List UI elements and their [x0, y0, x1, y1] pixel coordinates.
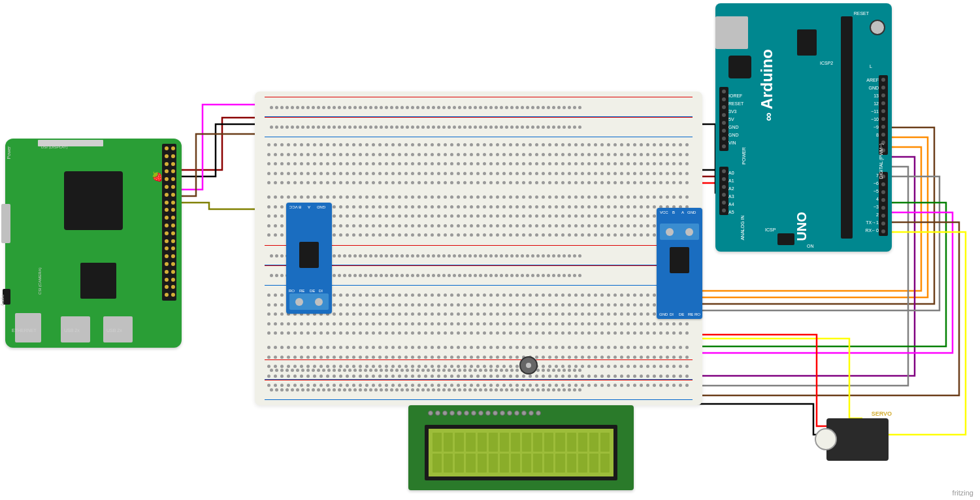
rpi-power-label: Power — [7, 146, 11, 159]
al-a3: A3 — [728, 194, 734, 199]
lcd-16x2: for(let i=0;i<16;i++)document.write('<di… — [408, 405, 634, 490]
bb-upper-section — [265, 141, 693, 192]
al-aref: AREF — [866, 78, 879, 82]
al-d8: 8 — [876, 133, 879, 137]
arduino-digital-header-bot — [879, 172, 888, 236]
al-d4: 4 — [876, 197, 879, 201]
raspberry-pi-board: for(let i=0;i<40;i++)document.write('<di… — [5, 139, 182, 348]
al-a0: A0 — [728, 171, 734, 175]
rs485-r-ro: RO — [694, 312, 700, 316]
al-l: L — [870, 64, 872, 69]
al-d11: ~11 — [871, 109, 879, 114]
rpi-dsi-connector — [38, 140, 103, 146]
bb-top-rail-pos — [265, 97, 693, 118]
al-a2: A2 — [728, 186, 734, 191]
al-d10: ~10 — [871, 117, 879, 122]
arduino-analog-header — [719, 167, 728, 215]
servo-motor: SERVO — [820, 408, 898, 467]
rpi-logo-icon: 🍓 — [152, 171, 163, 182]
rs485-l-b: B — [299, 205, 301, 209]
al-analog-sec: ANALOG IN — [740, 215, 745, 240]
al-power-sec: POWER — [742, 147, 746, 164]
al-d6: ~6 — [874, 181, 879, 186]
circuit-diagram: for(let i=0;i<40;i++)document.write('<di… — [0, 0, 980, 500]
al-d5: ~5 — [874, 189, 879, 193]
rs485-right-chip — [670, 247, 689, 273]
rs485-l-gnd: GND — [317, 205, 325, 209]
al-gndd: GND — [868, 86, 879, 90]
rs485-module-right: VCC B A GND GND DI DE RE RO — [657, 208, 702, 319]
rs485-r-de: DE — [679, 312, 684, 316]
al-d2: 2 — [876, 212, 879, 217]
arduino-logo-text: ∞ Arduino — [758, 49, 776, 121]
arduino-usb-port — [715, 16, 748, 49]
rpi-secondary-chip — [80, 263, 116, 299]
al-digital-sec: DIGITAL (PWM~) — [878, 143, 883, 178]
rpi-audio-label: Audio — [0, 295, 5, 307]
rs485-l-de: DE — [310, 289, 315, 293]
rs485-r-gnd2: GND — [659, 312, 668, 316]
rs485-l-vcc: VCC — [289, 205, 298, 209]
arduino-secondary-chip — [797, 29, 817, 56]
al-tx: TX→1 — [866, 220, 879, 225]
arduino-uno-board: ∞ Arduino UNO IOREF RESET 3V3 5V GND — [715, 3, 892, 252]
al-icsp: ICSP — [765, 227, 776, 232]
rpi-usb1-label: USB 2x — [64, 328, 80, 333]
bb-bot-rail-pos — [265, 359, 693, 380]
rs485-right-terminal — [660, 224, 699, 240]
bb-top-rail-neg — [265, 116, 693, 137]
potentiometer — [519, 356, 538, 375]
fritzing-credit: fritzing — [953, 489, 973, 497]
servo-label: SERVO — [872, 410, 892, 417]
rpi-eth-label: ETHERNET — [12, 328, 37, 333]
al-3v3: 3V3 — [728, 109, 736, 114]
al-d3: ~3 — [874, 205, 879, 209]
rpi-usb2-label: USB 2x — [106, 328, 122, 333]
al-on: ON — [807, 244, 814, 248]
arduino-reset-button — [870, 20, 885, 35]
rs485-left-terminal — [289, 293, 329, 310]
rs485-left-chip — [299, 242, 319, 268]
rpi-csi-label: CSI (CAMERA) — [38, 267, 42, 294]
rpi-cpu-chip — [64, 171, 123, 230]
rpi-gpio-header: for(let i=0;i<40;i++)document.write('<di… — [162, 144, 176, 301]
arduino-power-header — [719, 87, 728, 151]
lcd-pin-header: for(let i=0;i<16;i++)document.write('<di… — [428, 410, 614, 418]
rs485-r-a: A — [681, 210, 684, 214]
al-resetbtn: RESET — [854, 11, 869, 16]
rs485-l-re: RE — [299, 289, 304, 293]
al-reset: RESET — [728, 101, 743, 106]
rs485-module-left: VCC B A GND RO RE DE DI — [286, 203, 332, 314]
lcd-screen: for(let i=0;i<32;i++)document.write('<di… — [425, 425, 617, 480]
arduino-icsp-header — [777, 233, 794, 245]
al-ioref: IOREF — [728, 93, 742, 98]
al-icsp2: ICSP2 — [820, 61, 833, 65]
rs485-r-di: DI — [670, 312, 674, 316]
rs485-r-re: RE — [688, 312, 693, 316]
al-a5: A5 — [728, 210, 734, 214]
arduino-atmega-chip — [841, 16, 853, 239]
al-gnd2: GND — [728, 133, 739, 137]
rs485-r-gnd: GND — [687, 210, 696, 214]
rs485-l-a: A — [308, 205, 310, 209]
rs485-l-ro: RO — [289, 289, 295, 293]
rpi-hdmi-port — [1, 204, 10, 243]
al-d12: 12 — [874, 101, 879, 106]
arduino-model-text: UNO — [794, 212, 809, 241]
al-d9: ~9 — [874, 125, 879, 129]
al-a4: A4 — [728, 202, 734, 207]
servo-arm — [815, 428, 837, 450]
rs485-l-di: DI — [319, 289, 323, 293]
bb-bot-rail-neg — [265, 379, 693, 400]
rs485-r-vcc: VCC — [660, 210, 668, 214]
al-rx: RX←0 — [865, 228, 879, 233]
al-gnd1: GND — [728, 125, 739, 129]
al-d13: 13 — [874, 93, 879, 98]
al-5v: 5V — [728, 117, 734, 122]
arduino-power-jack — [728, 56, 751, 78]
rs485-r-b: B — [672, 210, 675, 214]
al-vin: VIN — [728, 141, 736, 145]
al-a1: A1 — [728, 178, 734, 183]
